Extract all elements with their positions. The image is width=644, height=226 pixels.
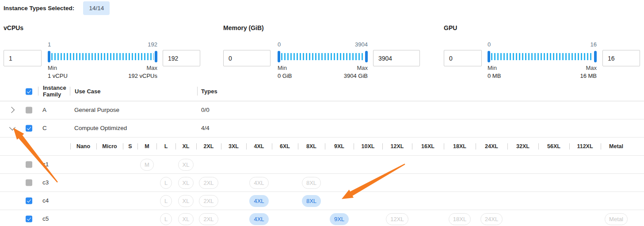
- size-pill-c4-4XL[interactable]: 4XL: [249, 195, 268, 207]
- size-column-header-24XL: 24XL: [476, 138, 507, 155]
- vcpus-range-min-label: 1: [48, 41, 51, 48]
- column-header-instance-family: Instance Family: [43, 84, 69, 98]
- gpu-slider-track[interactable]: [488, 51, 597, 62]
- size-pill-c5-XL[interactable]: XL: [178, 213, 194, 225]
- select-all-checkbox[interactable]: [26, 88, 32, 95]
- size-pill-c1-M[interactable]: M: [140, 159, 154, 171]
- size-pill-c3-8XL[interactable]: 8XL: [302, 177, 321, 189]
- gpu-min-input[interactable]: [444, 50, 482, 66]
- size-column-header-Nano: Nano: [70, 138, 96, 155]
- table-header-row: Instance FamilyUse CaseTypes: [0, 82, 644, 101]
- size-pill-cell: M: [137, 156, 156, 173]
- size-pill-c3-L[interactable]: L: [160, 177, 172, 189]
- gpu-max-handle[interactable]: [594, 51, 597, 62]
- size-pill-c4-2XL[interactable]: 2XL: [199, 195, 218, 207]
- instance-name-label: c3: [42, 174, 49, 192]
- size-pill-cell: L: [156, 192, 175, 210]
- size-pill-c5-9XL[interactable]: 9XL: [330, 213, 349, 225]
- size-pill-cell: XL: [175, 156, 196, 173]
- vcpus-max-handle[interactable]: [155, 51, 157, 62]
- selected-count-badge: 14/14: [83, 1, 110, 15]
- size-column-header-9XL: 9XL: [325, 138, 354, 155]
- group-checkbox-A[interactable]: [26, 107, 32, 114]
- filter-label-memory: Memory (GiB): [223, 24, 420, 31]
- vcpus-minmax-captions: MinMax: [48, 65, 157, 71]
- size-pill-c5-12XL[interactable]: 12XL: [386, 213, 408, 225]
- size-pill-c3-4XL[interactable]: 4XL: [249, 177, 268, 189]
- size-pill-c5-4XL[interactable]: 4XL: [249, 213, 268, 225]
- header-column-divider: [38, 87, 38, 96]
- vcpus-filter-body: 1192MinMax1 vCPU192 vCPUs: [4, 41, 200, 79]
- vcpus-slider-range-labels: 1192: [48, 41, 157, 48]
- expand-chevron-A[interactable]: [8, 107, 15, 113]
- filter-gpu: GPU016MinMax0 MB16 MB: [444, 24, 640, 79]
- vcpus-min-input[interactable]: [4, 50, 42, 66]
- group-family-label: C: [42, 119, 47, 137]
- size-column-header-Metal: Metal: [601, 138, 632, 155]
- size-pill-c4-L[interactable]: L: [160, 195, 172, 207]
- selected-count-label: Instance Types Selected:: [4, 5, 74, 11]
- filter-vcpus: vCPUs1192MinMax1 vCPU192 vCPUs: [4, 24, 200, 79]
- size-pill-c5-2XL[interactable]: 2XL: [199, 213, 218, 225]
- memory-slider: 03904MinMax0 GiB3904 GiB: [278, 41, 368, 79]
- vcpus-minmax-values: 1 vCPU192 vCPUs: [48, 73, 157, 79]
- vcpus-slider: 1192MinMax1 vCPU192 vCPUs: [48, 41, 157, 79]
- vcpus-slider-track[interactable]: [48, 51, 157, 62]
- vcpus-min-handle[interactable]: [48, 51, 50, 62]
- size-pill-c5-Metal[interactable]: Metal: [605, 213, 628, 225]
- gpu-min-handle[interactable]: [488, 51, 490, 62]
- memory-min-input[interactable]: [223, 50, 271, 66]
- size-pill-c3-2XL[interactable]: 2XL: [199, 177, 218, 189]
- vcpus-min-value: 1 vCPU: [48, 73, 68, 79]
- header-column-divider: [70, 87, 70, 96]
- group-types-count: 4/4: [201, 119, 210, 137]
- size-pill-c4-XL[interactable]: XL: [178, 195, 194, 207]
- size-pill-cell: 4XL: [246, 210, 272, 226]
- instance-checkbox-c5[interactable]: [26, 216, 32, 222]
- column-header-use-case: Use Case: [75, 82, 101, 101]
- vcpus-slider-ticks: [51, 53, 154, 60]
- size-pill-cell: 12XL: [382, 210, 412, 226]
- instance-name-label: c1: [42, 156, 49, 173]
- memory-max-handle[interactable]: [365, 51, 368, 62]
- size-pill-cell: 4XL: [246, 192, 272, 210]
- memory-slider-track[interactable]: [278, 51, 368, 62]
- vcpus-max-input[interactable]: [163, 50, 200, 66]
- gpu-minmax-values: 0 MB16 MB: [488, 73, 597, 79]
- memory-min-handle[interactable]: [278, 51, 280, 62]
- group-checkbox-C[interactable]: [26, 125, 32, 132]
- collapse-chevron-C[interactable]: [9, 124, 15, 130]
- instance-row-c4: c4LXL2XL4XL8XL: [0, 192, 644, 210]
- instance-checkbox-c1[interactable]: [26, 161, 32, 168]
- gpu-range-max-label: 16: [591, 41, 597, 48]
- memory-minmax-captions: MinMax: [278, 65, 368, 71]
- memory-minmax-values: 0 GiB3904 GiB: [278, 73, 368, 79]
- size-pill-cell: XL: [175, 174, 196, 192]
- size-column-header-12XL: 12XL: [382, 138, 412, 155]
- size-pill-cell: L: [156, 174, 175, 192]
- size-pill-c5-24XL[interactable]: 24XL: [480, 213, 503, 225]
- size-pill-c4-8XL[interactable]: 8XL: [302, 195, 321, 207]
- size-pill-c1-XL[interactable]: XL: [178, 159, 194, 171]
- size-column-header-L: L: [156, 138, 175, 155]
- size-pill-c5-L[interactable]: L: [160, 213, 172, 225]
- size-column-header-4XL: 4XL: [246, 138, 272, 155]
- size-pill-cell: 8XL: [298, 192, 325, 210]
- instance-checkbox-c3[interactable]: [26, 180, 32, 186]
- gpu-max-input[interactable]: [602, 50, 640, 66]
- instance-row-c3: c3LXL2XL4XL8XL: [0, 174, 644, 192]
- group-use-case-label: Compute Optimized: [74, 119, 127, 137]
- memory-max-input[interactable]: [373, 50, 420, 66]
- size-pill-cell: 2XL: [196, 174, 221, 192]
- memory-max-caption: Max: [357, 65, 368, 71]
- size-column-header-2XL: 2XL: [196, 138, 221, 155]
- group-family-label: A: [42, 101, 46, 119]
- vcpus-range-max-label: 192: [148, 41, 157, 48]
- instance-checkbox-c4[interactable]: [26, 198, 32, 204]
- size-pill-cell: XL: [175, 210, 196, 226]
- size-pill-c3-XL[interactable]: XL: [178, 177, 194, 189]
- family-group-row-C: CCompute Optimized4/4: [0, 119, 644, 138]
- size-pill-c5-18XL[interactable]: 18XL: [449, 213, 471, 225]
- size-column-header-Micro: Micro: [96, 138, 123, 155]
- size-column-header-3XL: 3XL: [221, 138, 246, 155]
